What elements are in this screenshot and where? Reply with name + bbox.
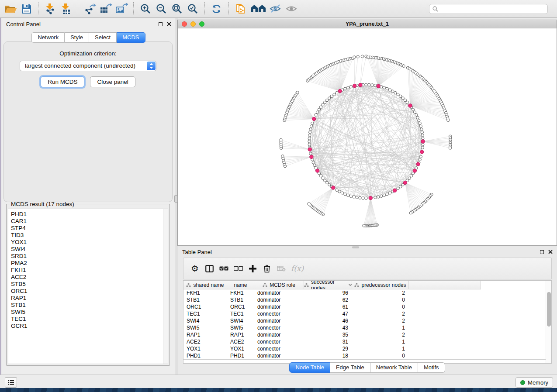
refresh-icon[interactable] [209,1,225,16]
import-network-icon[interactable] [42,1,58,16]
add-icon[interactable] [248,263,257,274]
list-icon [7,379,14,385]
mcds-node-item[interactable]: ORC1 [11,288,168,295]
mcds-result-title: MCDS result (17 nodes) [10,201,76,207]
tab-edge-table[interactable]: Edge Table [330,362,370,373]
main-toolbar [0,0,557,18]
mcds-result-list[interactable]: PHD1CAR1STP4TID3YOX1SWI4SRD1PMA2FKH1ACE2… [8,209,168,364]
column-header-successor-nodes[interactable]: successor nodes [304,281,352,289]
mcds-node-item[interactable]: ACE2 [11,274,168,281]
mcds-node-item[interactable]: CAR1 [11,218,168,225]
optimization-criterion-label: Optimization criterion: [4,50,172,57]
search-box[interactable] [429,4,548,14]
function-builder-icon[interactable]: f(x) [291,263,304,274]
export-image-icon[interactable] [114,1,129,16]
toolbar-separator [78,2,78,15]
duplicate-network-icon[interactable] [233,1,249,16]
mcds-node-item[interactable]: TEC1 [11,316,168,323]
control-panel: Control Panel Optimization criterion: la… [1,18,176,375]
columns-icon[interactable] [204,263,214,274]
horizontal-splitter-grip[interactable] [352,246,359,248]
table-panel-title: Table Panel [182,249,212,255]
tab-mcds[interactable]: MCDS [117,32,145,43]
table-row[interactable]: TEC1TEC1connector472 [183,310,552,317]
table-row[interactable]: STB1STB1dominator620 [183,296,552,303]
tab-motifs[interactable]: Motifs [418,362,445,373]
search-input[interactable] [440,6,547,12]
mcds-node-item[interactable]: STP4 [11,225,168,232]
mcds-node-item[interactable]: SWI5 [11,309,168,316]
mcds-node-item[interactable]: FKH1 [11,267,168,274]
network-graph[interactable] [178,29,557,246]
memory-button[interactable]: Memory [515,377,553,388]
optimization-criterion-select[interactable]: largest connected component (undirected) [20,61,156,71]
task-history-button[interactable] [5,377,17,388]
tab-style[interactable]: Style [65,32,89,43]
delete-table-icon[interactable] [277,263,286,274]
column-header-filler [409,281,481,289]
list-scrollbar[interactable] [163,209,168,364]
table-scrollbar[interactable] [546,281,551,363]
tab-select[interactable]: Select [89,32,117,43]
mcds-node-item[interactable]: YOX1 [11,239,168,246]
close-panel-button[interactable]: Close panel [90,76,135,87]
tab-network-table[interactable]: Network Table [370,362,418,373]
gear-icon[interactable]: ⚙ [190,263,200,274]
table-row[interactable]: FKH1FKH1dominator962 [183,289,552,296]
table-row[interactable]: ORC1ORC1dominator610 [183,303,552,310]
delete-icon[interactable] [262,263,272,274]
float-table-panel-icon[interactable] [540,250,544,254]
mcds-node-item[interactable]: GCR1 [11,323,168,330]
column-header-predecessor-nodes[interactable]: predecessor nodes [352,281,409,289]
deselect-all-icon[interactable] [233,263,243,274]
table-row[interactable]: SWI4SWI4dominator462 [183,317,552,324]
mcds-node-item[interactable]: PHD1 [11,211,168,218]
criterion-selected-value: largest connected component (undirected) [25,62,135,69]
column-header-mcds-role[interactable]: MCDS role [254,281,304,289]
zoom-window-icon[interactable] [199,21,204,27]
float-panel-icon[interactable] [159,22,163,26]
mcds-result-group: MCDS result (17 nodes) PHD1CAR1STP4TID3Y… [6,201,170,366]
mcds-node-item[interactable]: STB1 [11,302,168,309]
close-table-panel-icon[interactable] [548,250,553,254]
mcds-node-item[interactable]: STB5 [11,281,168,288]
table-row[interactable]: ACE2ACE2connector311 [183,338,552,345]
save-session-icon[interactable] [18,1,34,16]
show-all-icon[interactable] [284,1,299,16]
close-panel-icon[interactable] [167,22,171,26]
zoom-in-icon[interactable] [138,1,153,16]
zoom-selected-icon[interactable] [185,1,201,16]
table-tabs: Node TableEdge TableNetwork TableMotifs [177,362,557,373]
column-header-name[interactable]: name [227,281,254,289]
run-mcds-button[interactable]: Run MCDS [41,76,84,87]
tab-node-table[interactable]: Node Table [289,362,330,373]
network-window-titlebar[interactable]: YPA_prune.txt_1 [178,20,557,28]
table-row[interactable]: PHD1PHD1dominator180 [183,352,552,359]
column-header-shared-name[interactable]: shared name [183,281,227,289]
hide-selected-icon[interactable] [268,1,284,16]
close-window-icon[interactable] [182,21,187,27]
memory-status-icon [520,380,525,385]
node-table: shared namenameMCDS rolesuccessor nodesp… [183,280,552,364]
minimize-window-icon[interactable] [190,21,196,27]
first-neighbors-icon[interactable] [249,1,268,16]
table-row[interactable]: SWI5SWI5connector431 [183,324,552,331]
open-file-icon[interactable] [3,1,18,16]
select-all-icon[interactable] [219,263,228,274]
export-network-icon[interactable] [82,1,98,16]
export-table-icon[interactable] [98,1,114,16]
toolbar-separator [228,2,229,15]
zoom-out-icon[interactable] [153,1,169,16]
table-row[interactable]: YOX1YOX1connector291 [183,345,552,352]
tab-network[interactable]: Network [31,32,65,43]
zoom-fit-icon[interactable] [169,1,185,16]
mcds-node-item[interactable]: TID3 [11,232,168,239]
scrollbar-thumb[interactable] [547,292,551,327]
mcds-node-item[interactable]: SRD1 [11,253,168,260]
mcds-node-item[interactable]: PMA2 [11,260,168,267]
import-table-icon[interactable] [58,1,74,16]
table-row[interactable]: RAP1RAP1dominator352 [183,331,552,338]
toolbar-separator [204,2,205,15]
mcds-node-item[interactable]: RAP1 [11,295,168,302]
mcds-node-item[interactable]: SWI4 [11,246,168,253]
